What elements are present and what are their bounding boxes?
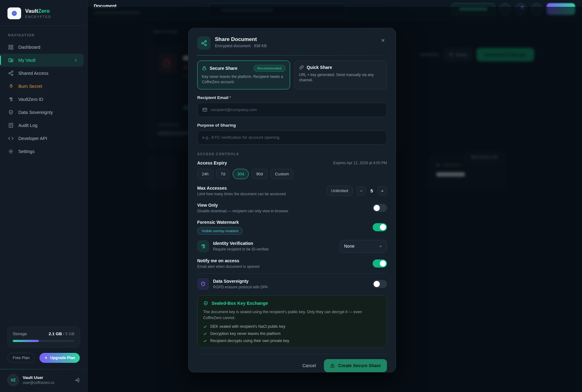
sidebar-item-data-sovereignty[interactable]: Data Sovereignty <box>0 106 87 119</box>
mail-icon <box>202 107 207 112</box>
logout-icon[interactable] <box>74 377 80 383</box>
sparkle-icon <box>44 356 48 360</box>
view-only-toggle[interactable] <box>373 204 387 212</box>
recipient-email-placeholder: recipient@company.com <box>211 107 257 112</box>
sidebar-item-shared-access[interactable]: Shared Access <box>0 67 87 80</box>
select-value: None <box>344 244 354 249</box>
purpose-label: Purpose of Sharing <box>197 123 387 128</box>
sidebar-item-my-vault[interactable]: My Vault <box>0 54 84 67</box>
user-email: user@coffrezero.io <box>23 381 54 385</box>
storage-progress-bar <box>13 340 75 342</box>
watermark-badge: Visible overlay enabled <box>197 227 243 235</box>
max-accesses-stepper: Unlimited − 5 + <box>327 186 387 196</box>
check-icon <box>203 325 207 329</box>
share-nodes-icon <box>197 36 211 50</box>
chip-7d[interactable]: 7d <box>216 169 230 179</box>
sealed-box-item: Decryption key never leaves the platform <box>203 331 381 336</box>
increment-button[interactable]: + <box>378 186 387 196</box>
identity-verification-select[interactable]: None <box>340 240 387 253</box>
cancel-button[interactable]: Cancel <box>302 363 316 368</box>
max-accesses-desc: Limit how many times the document can be… <box>197 192 286 196</box>
recommended-badge: Recommended <box>254 65 285 72</box>
share-nodes-icon <box>8 70 14 76</box>
access-expiry-label: Access Expiry <box>197 160 227 165</box>
sidebar-item-dashboard[interactable]: Dashboard <box>0 41 87 54</box>
shield-icon <box>197 278 209 290</box>
fingerprint-icon <box>8 97 14 102</box>
secure-share-desc: Key never leaves the platform. Recipient… <box>202 74 285 85</box>
sidebar-item-vaultzero-id[interactable]: VaultZero ID <box>0 93 87 106</box>
dashboard-icon <box>8 44 14 50</box>
watermark-label: Forensic Watermark <box>197 220 243 225</box>
expiry-chips: 24h 7d 30d 90d Custom <box>197 169 387 179</box>
sealed-box-panel: Sealed-Box Key Exchange The document key… <box>197 295 387 348</box>
data-sovereignty-row: Data Sovereignty RGPD erasure protocol w… <box>197 278 387 290</box>
data-sovereignty-label: Data Sovereignty <box>213 279 268 284</box>
sealed-box-item: DEK sealed with recipient's NaCl public … <box>203 324 381 329</box>
modal-title: Share Document <box>215 36 267 43</box>
purpose-field[interactable]: e.g., KYC verification for account openi… <box>197 130 387 145</box>
quick-share-option[interactable]: Quick Share URL + key generated. Send ma… <box>294 61 387 89</box>
lock-icon <box>202 66 207 71</box>
identity-verification-label: Identity Verification <box>213 241 269 246</box>
data-sovereignty-toggle[interactable] <box>373 280 387 288</box>
sidebar-item-audit-log[interactable]: Audit Log <box>0 119 87 132</box>
max-accesses-value: 5 <box>370 188 374 193</box>
sidebar-item-settings[interactable]: Settings <box>0 145 87 158</box>
notify-toggle[interactable] <box>373 259 387 268</box>
decrement-button[interactable]: − <box>357 186 366 196</box>
sealed-box-item: Recipient decrypts using their own priva… <box>203 339 381 343</box>
code-icon <box>8 136 14 142</box>
close-icon[interactable]: ✕ <box>379 36 387 45</box>
brand: VaultZero ENCRYPTED <box>0 0 87 25</box>
view-only-desc: Disable download — recipient can only vi… <box>197 209 288 213</box>
sidebar: VaultZero ENCRYPTED NAVIGATION Dashboard… <box>0 0 88 392</box>
recipient-email-label: Recipient Email* <box>197 95 387 100</box>
user-profile[interactable]: VZ Vault User user@coffrezero.io <box>0 369 87 392</box>
brand-logo-icon <box>7 7 21 19</box>
share-document-modal: Share Document Encrypted document · 938 … <box>188 28 396 372</box>
shield-check-icon <box>8 110 14 115</box>
quick-share-title: Quick Share <box>307 65 332 70</box>
purpose-placeholder: e.g., KYC verification for account openi… <box>202 135 279 140</box>
folder-lock-icon <box>8 57 14 63</box>
recipient-email-field[interactable]: recipient@company.com <box>197 103 387 117</box>
scroll-icon <box>8 123 14 128</box>
secure-share-title: Secure Share <box>210 66 238 71</box>
view-only-label: View Only <box>197 203 288 208</box>
access-controls-label: ACCESS CONTROLS <box>197 152 387 156</box>
flame-icon <box>8 83 14 89</box>
max-accesses-label: Max Accesses <box>197 186 286 191</box>
required-asterisk: * <box>230 95 231 100</box>
data-sovereignty-desc: RGPD erasure protocol with DPA <box>213 285 268 289</box>
storage-card: Storage 2.1 GB / 5 GB <box>7 327 80 347</box>
plan-badge: Free Plan <box>7 353 35 363</box>
avatar: VZ <box>7 374 19 386</box>
check-icon <box>203 339 207 343</box>
quick-share-desc: URL + key generated. Send manually via a… <box>299 72 383 83</box>
chip-24h[interactable]: 24h <box>197 169 213 179</box>
expiry-note: Expires Apr 12, 2026 at 4:00 PM <box>333 161 387 165</box>
nav-section-label: NAVIGATION <box>0 30 87 41</box>
watermark-toggle[interactable] <box>373 223 387 231</box>
storage-value: 2.1 GB / 5 GB <box>49 331 75 336</box>
unlimited-button[interactable]: Unlimited <box>327 186 353 196</box>
upgrade-plan-button[interactable]: Upgrade Plan <box>39 353 80 363</box>
chip-custom[interactable]: Custom <box>271 169 294 179</box>
chevron-down-icon <box>379 244 383 248</box>
chip-90d[interactable]: 90d <box>252 169 268 179</box>
fingerprint-icon <box>197 240 209 252</box>
sealed-box-desc: The document key is sealed using the rec… <box>203 309 381 321</box>
user-name: Vault User <box>23 375 54 380</box>
notify-label: Notify me on access <box>197 258 259 263</box>
lock-icon <box>330 363 335 368</box>
secure-share-option[interactable]: Secure Share Recommended Key never leave… <box>197 61 290 89</box>
sidebar-item-developer-api[interactable]: Developer API <box>0 132 87 145</box>
check-icon <box>203 332 207 336</box>
modal-subtitle: Encrypted document · 938 KB <box>215 44 267 48</box>
create-secure-share-button[interactable]: Create Secure Share <box>324 359 387 372</box>
notify-desc: Email alert when document is opened <box>197 264 259 269</box>
brand-tagline: ENCRYPTED <box>25 15 51 19</box>
sidebar-item-burn-secret[interactable]: Burn Secret <box>0 80 87 93</box>
chip-30d[interactable]: 30d <box>233 169 249 179</box>
